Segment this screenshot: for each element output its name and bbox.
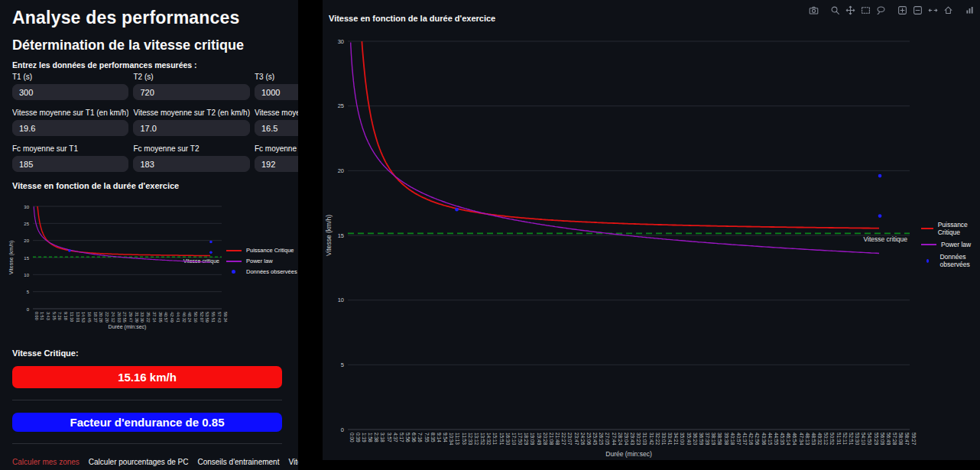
svg-text:35:22: 35:22 [146,312,151,323]
svg-text:20:28: 20:28 [543,433,548,446]
footer-link[interactable]: Vitesse critique et trail (actuellement … [288,458,298,466]
legend-item[interactable]: Power law [226,258,297,264]
svg-text:43:36: 43:36 [761,433,767,446]
field-label: Vitesse moyenne sur T3 (en km/h) [255,109,298,117]
svg-text:0: 0 [27,307,30,312]
svg-text:13:12: 13:12 [474,433,479,446]
svg-text:31:03: 31:03 [642,433,647,446]
svg-text:40:57: 40:57 [736,433,741,446]
legend-item[interactable]: Power law [921,241,980,248]
svg-text:48:24: 48:24 [187,312,192,323]
svg-text:57:28: 57:28 [892,433,897,446]
field-input-0[interactable] [12,84,128,100]
svg-text:30: 30 [24,205,29,209]
footer-link[interactable]: Calculer mes zones [12,458,80,466]
svg-text:Vitesse (km/h): Vitesse (km/h) [8,241,15,275]
svg-text:19:09: 19:09 [530,433,535,446]
svg-text:22:20: 22:20 [105,312,109,323]
main-panel: Vitesse en fonction de la durée d'exerci… [323,0,980,460]
svg-text:7:16: 7:16 [417,433,423,442]
field-input-1[interactable] [133,84,249,100]
svg-text:10: 10 [24,273,29,277]
legend-item[interactable]: Puissance Critique [226,247,297,254]
divider [12,443,282,444]
svg-text:58:47: 58:47 [904,433,910,446]
svg-text:35:40: 35:40 [686,433,692,446]
svg-text:3:43: 3:43 [46,312,50,320]
svg-text:8:35: 8:35 [430,433,436,442]
field-label: T1 (s) [12,73,128,81]
field-input-6[interactable] [12,156,128,172]
critical-speed-button[interactable]: 15.16 km/h [12,366,282,388]
svg-text:11:10: 11:10 [70,312,74,322]
field-input-4[interactable] [133,120,249,136]
svg-text:38:58: 38:58 [717,433,722,446]
svg-text:46:14: 46:14 [786,433,791,446]
footer-link[interactable]: Calculer pourcentages de PC [89,458,189,466]
svg-text:27:44: 27:44 [612,433,617,446]
field-input-8[interactable] [255,156,298,172]
legend-item[interactable]: Données observées [921,253,980,268]
svg-text:46:32: 46:32 [182,312,187,323]
svg-text:32:22: 32:22 [655,433,660,446]
field-input-3[interactable] [12,120,128,136]
svg-text:7:26: 7:26 [57,312,62,320]
svg-text:3:18: 3:18 [380,433,385,442]
svg-text:33:41: 33:41 [667,433,673,446]
svg-text:55:51: 55:51 [211,312,216,323]
svg-text:24:26: 24:26 [580,433,586,446]
svg-text:15:11: 15:11 [492,433,498,445]
svg-text:53:30: 53:30 [855,433,860,446]
svg-text:10: 10 [338,297,344,303]
svg-text:38:19: 38:19 [711,433,716,446]
svg-text:27:55: 27:55 [122,312,127,323]
field-input-7[interactable] [133,156,249,172]
svg-text:55:29: 55:29 [874,433,879,446]
svg-text:42:16: 42:16 [748,433,754,446]
svg-text:13:52: 13:52 [480,433,485,446]
svg-text:3:57: 3:57 [387,433,392,442]
svg-text:25:45: 25:45 [592,433,598,446]
svg-text:42:56: 42:56 [754,433,760,446]
svg-text:2:38: 2:38 [374,433,379,442]
svg-text:50:16: 50:16 [193,312,198,323]
footer-link[interactable]: Conseils d'entrainement [197,458,279,466]
svg-text:15: 15 [24,256,29,261]
svg-text:39:05: 39:05 [158,312,163,323]
legend-sample [226,261,242,262]
svg-text:11:13: 11:13 [455,433,460,445]
svg-text:0:39: 0:39 [355,433,361,442]
svg-text:11:53: 11:53 [462,433,467,445]
field-label: T2 (s) [133,73,249,81]
intro-text: Entrez les données de performances mesur… [12,60,197,70]
endurance-factor-button[interactable]: Facteur d'endurance de 0.85 [12,413,282,432]
svg-text:33:30: 33:30 [140,312,144,323]
svg-text:25:06: 25:06 [586,433,592,446]
field-label: Fc moyenne sur T1 [12,144,128,153]
svg-text:Durée (min:sec): Durée (min:sec) [109,324,147,330]
sidebar-chart-title: Vitesse en fonction de la durée d'exerci… [12,181,179,190]
svg-text:15: 15 [338,232,344,239]
svg-text:15:51: 15:51 [499,433,505,446]
legend-label: Puissance Critique [246,247,294,254]
svg-text:49:32: 49:32 [817,433,823,446]
svg-text:54:50: 54:50 [867,433,872,446]
svg-text:50:12: 50:12 [823,433,829,446]
svg-text:45:35: 45:35 [780,433,785,446]
legend-sample [926,259,929,263]
svg-text:37:14: 37:14 [152,312,157,323]
svg-text:44:55: 44:55 [774,433,779,446]
svg-text:39:38: 39:38 [724,433,729,446]
legend-item[interactable]: Données observées [226,268,297,275]
main-chart[interactable]: 0510152025300:000:391:191:582:383:183:57… [323,0,980,463]
svg-text:14:32: 14:32 [486,433,492,446]
svg-text:52:11: 52:11 [842,433,848,445]
field-cell: Fc moyenne sur T1 [12,144,128,172]
legend-item[interactable]: Puissance Critique [921,221,980,236]
field-input-5[interactable] [255,120,298,136]
svg-text:22:27: 22:27 [561,433,566,446]
app-title: Analyse des performances [12,8,240,28]
svg-text:37:39: 37:39 [705,433,710,446]
field-cell: Fc moyenne sur T3 [255,144,298,172]
field-input-2[interactable] [255,84,298,100]
